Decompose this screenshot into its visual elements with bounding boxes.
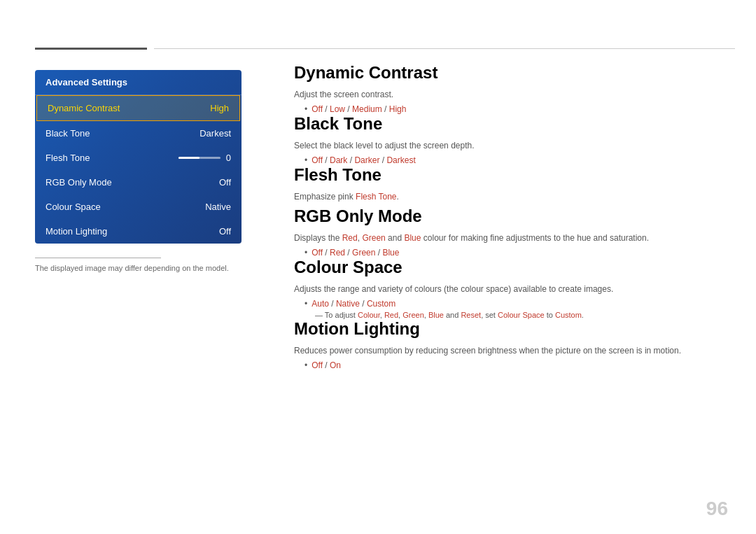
opt-dark: Dark (330, 155, 347, 165)
menu-item-black-tone[interactable]: Black Tone Darkest (35, 121, 241, 146)
section-desc-motion-lighting: Reduces power consumption by reducing sc… (294, 344, 728, 357)
section-dynamic-contrast: Dynamic Contrast Adjust the screen contr… (294, 63, 728, 114)
opt-darker: Darker (354, 155, 379, 165)
menu-item-label-black-tone: Black Tone (46, 128, 90, 139)
menu-item-rgb-only-mode[interactable]: RGB Only Mode Off (35, 170, 241, 195)
cs-green: Green (402, 311, 424, 319)
colour-space-subnote: ― To adjust Colour, Red, Green, Blue and… (315, 311, 728, 319)
section-colour-space: Colour Space Adjusts the range and varie… (294, 258, 728, 319)
disclaimer-text: The displayed image may differ depending… (35, 264, 241, 272)
sep: / (379, 155, 386, 165)
cs-custom: Custom (555, 311, 582, 319)
sep: / (323, 248, 330, 258)
bullet: • (304, 360, 307, 370)
opt-custom: Custom (367, 299, 396, 309)
cs-blue: Blue (428, 311, 444, 319)
opt-darkest: Darkest (386, 155, 415, 165)
section-flesh-tone: Flesh Tone Emphasize pink Flesh Tone. (294, 165, 728, 203)
left-panel: Advanced Settings Dynamic Contrast High … (35, 70, 241, 272)
sep: / (360, 299, 367, 309)
menu-item-value-colour-space: Native (205, 202, 231, 212)
bullet: • (304, 104, 307, 114)
sep: / (323, 155, 330, 165)
menu-item-label-dynamic-contrast: Dynamic Contrast (48, 103, 120, 113)
opt-off: Off (312, 104, 323, 114)
menu-item-dynamic-contrast[interactable]: Dynamic Contrast High (36, 95, 240, 121)
options-line-cs: Auto / Native / Custom (312, 299, 396, 309)
menu-item-flesh-tone[interactable]: Flesh Tone 0 (35, 146, 241, 170)
colour-space-subnote-text: To adjust Colour, Red, Green, Blue and R… (325, 311, 584, 319)
menu-title: Advanced Settings (35, 70, 241, 95)
section-desc-flesh-tone: Emphasize pink Flesh Tone. (294, 190, 728, 203)
section-options-colour-space: • Auto / Native / Custom (304, 299, 728, 309)
opt-red: Red (330, 248, 345, 258)
rgb-blue: Blue (404, 233, 421, 243)
menu-item-value-rgb: Off (219, 177, 231, 188)
opt-medium: Medium (352, 104, 382, 114)
section-options-black-tone: • Off / Dark / Darker / Darkest (304, 155, 728, 165)
opt-native: Native (336, 299, 360, 309)
menu-item-motion-lighting[interactable]: Motion Lighting Off (35, 219, 241, 244)
sep: / (329, 299, 336, 309)
section-title-dynamic-contrast: Dynamic Contrast (294, 63, 728, 83)
opt-on-ml: On (330, 360, 341, 370)
options-line: Off / Low / Medium / High (312, 104, 406, 114)
opt-green: Green (352, 248, 375, 258)
section-title-black-tone: Black Tone (294, 114, 728, 134)
sep1: / (323, 104, 330, 114)
disclaimer-section: The displayed image may differ depending… (35, 258, 241, 272)
menu-item-value-motion-lighting: Off (219, 226, 231, 237)
section-motion-lighting: Motion Lighting Reduces power consumptio… (294, 319, 728, 370)
cs-red: Red (384, 311, 398, 319)
bullet: • (304, 155, 307, 165)
menu-item-label-rgb: RGB Only Mode (46, 177, 112, 188)
section-rgb-only-mode: RGB Only Mode Displays the Red, Green an… (294, 206, 728, 258)
section-options-dynamic-contrast: • Off / Low / Medium / High (304, 104, 728, 114)
opt-off-ml: Off (312, 360, 323, 370)
section-black-tone: Black Tone Select the black level to adj… (294, 114, 728, 165)
top-decorative-lines (35, 48, 735, 50)
flesh-tone-highlight: Flesh Tone (356, 192, 396, 202)
sep2: / (345, 104, 352, 114)
section-options-rgb: • Off / Red / Green / Blue (304, 248, 728, 258)
sep3: / (382, 104, 389, 114)
section-title-colour-space: Colour Space (294, 258, 728, 277)
rgb-green: Green (362, 233, 385, 243)
cs-colour: Colour (358, 311, 380, 319)
line-short (35, 48, 147, 50)
bullet: • (304, 248, 307, 258)
menu-item-colour-space[interactable]: Colour Space Native (35, 195, 241, 219)
page-number: 96 (706, 498, 728, 520)
section-title-motion-lighting: Motion Lighting (294, 319, 728, 339)
menu-box: Advanced Settings Dynamic Contrast High … (35, 70, 241, 244)
section-options-motion-lighting: • Off / On (304, 360, 728, 370)
flesh-tone-value: 0 (226, 153, 231, 163)
slider-track (178, 157, 220, 159)
menu-item-value-black-tone: Darkest (200, 128, 231, 139)
section-desc-black-tone: Select the black level to adjust the scr… (294, 139, 728, 152)
cs-reset: Reset (461, 311, 481, 319)
section-desc-colour-space: Adjusts the range and variety of colours… (294, 283, 728, 295)
opt-auto: Auto (312, 299, 329, 309)
section-title-flesh-tone: Flesh Tone (294, 165, 728, 185)
options-line-bt: Off / Dark / Darker / Darkest (312, 155, 416, 165)
right-content: Dynamic Contrast Adjust the screen contr… (294, 63, 728, 370)
line-long (154, 48, 735, 49)
options-line-ml: Off / On (312, 360, 341, 370)
sep: / (345, 248, 352, 258)
sep: / (323, 360, 330, 370)
slider-fill (178, 157, 200, 159)
sep: / (347, 155, 354, 165)
flesh-tone-slider: 0 (178, 153, 231, 163)
opt-blue: Blue (382, 248, 399, 258)
menu-item-label-colour-space: Colour Space (46, 202, 101, 212)
menu-item-value-dynamic-contrast: High (210, 103, 229, 113)
menu-item-label-flesh-tone: Flesh Tone (46, 153, 90, 163)
section-desc-dynamic-contrast: Adjust the screen contrast. (294, 88, 728, 101)
bullet: • (304, 299, 307, 309)
opt-high: High (389, 104, 407, 114)
opt-off-bt: Off (312, 155, 323, 165)
options-line-rgb: Off / Red / Green / Blue (312, 248, 399, 258)
section-desc-rgb: Displays the Red, Green and Blue colour … (294, 232, 728, 244)
sep: / (375, 248, 382, 258)
